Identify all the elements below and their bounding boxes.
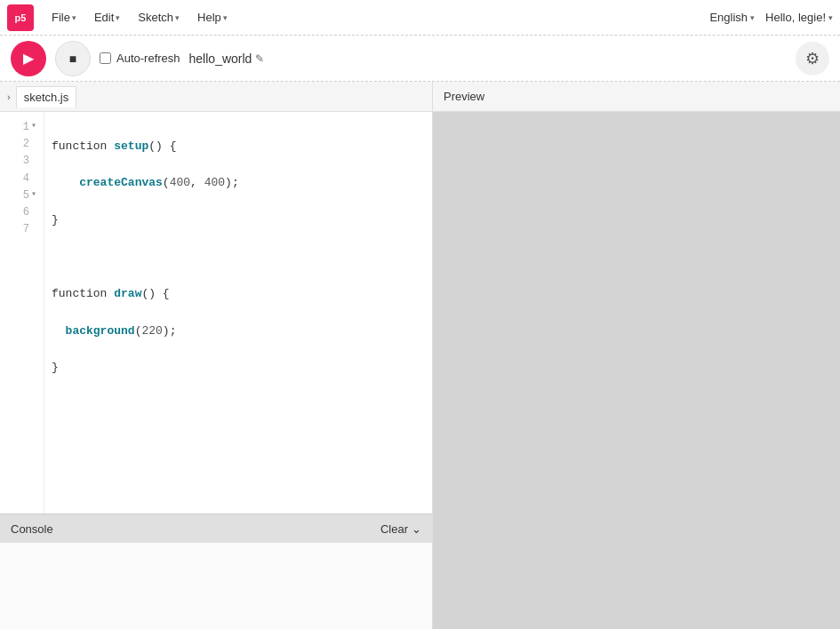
sketch-name-text: hello_world xyxy=(189,52,252,66)
editor-panel: › sketch.js 1 2 3 4 5 6 7 function setup… xyxy=(0,82,433,629)
help-menu-chevron: ▾ xyxy=(223,13,228,22)
code-line-2: createCanvas(400, 400); xyxy=(52,174,425,193)
preview-title: Preview xyxy=(444,90,484,103)
sketch-menu[interactable]: Sketch ▾ xyxy=(131,7,187,28)
code-line-7: } xyxy=(52,359,425,378)
sketch-js-tab[interactable]: sketch.js xyxy=(16,86,77,107)
stop-button[interactable]: ■ xyxy=(55,41,91,76)
line-num-1: 1 xyxy=(0,119,36,136)
stop-icon: ■ xyxy=(69,52,76,66)
preview-panel: Preview xyxy=(433,82,840,629)
auto-refresh-checkbox[interactable] xyxy=(100,52,111,64)
code-line-3: } xyxy=(52,211,425,230)
preview-canvas-area xyxy=(433,112,840,629)
line-num-7: 7 xyxy=(0,221,36,238)
settings-button[interactable]: ⚙ xyxy=(796,42,829,76)
run-button[interactable]: ▶ xyxy=(11,41,46,76)
play-icon: ▶ xyxy=(23,50,34,67)
top-nav: p5 File ▾ Edit ▾ Sketch ▾ Help ▾ English… xyxy=(0,0,840,36)
sketch-menu-label: Sketch xyxy=(138,11,173,24)
p5-logo: p5 xyxy=(7,4,34,31)
code-line-1: function setup() { xyxy=(52,138,425,156)
console-clear-area: Clear ⌄ xyxy=(380,522,421,536)
line-num-3: 3 xyxy=(0,153,36,170)
user-label: Hello, legie! xyxy=(765,11,826,24)
language-label: English xyxy=(709,11,748,24)
file-menu[interactable]: File ▾ xyxy=(44,7,84,28)
edit-menu[interactable]: Edit ▾ xyxy=(87,7,127,28)
line-num-2: 2 xyxy=(0,136,36,153)
console-panel: Console Clear ⌄ › xyxy=(0,514,432,629)
preview-header: Preview xyxy=(433,82,840,112)
sketch-menu-chevron: ▾ xyxy=(175,13,180,22)
preview-canvas xyxy=(444,123,781,460)
line-num-5: 5 xyxy=(0,187,36,204)
code-line-5: function draw() { xyxy=(52,285,425,304)
console-body xyxy=(0,543,432,629)
sketch-name: hello_world ✎ xyxy=(189,52,265,66)
language-chevron: ▾ xyxy=(750,13,755,22)
main-area: › sketch.js 1 2 3 4 5 6 7 function setup… xyxy=(0,82,840,629)
pencil-icon[interactable]: ✎ xyxy=(255,52,264,65)
clear-label: Clear xyxy=(380,522,408,536)
file-menu-chevron: ▾ xyxy=(72,13,76,22)
code-editor[interactable]: function setup() { createCanvas(400, 400… xyxy=(44,112,432,514)
auto-refresh-text: Auto-refresh xyxy=(116,52,180,65)
toolbar: ▶ ■ Auto-refresh hello_world ✎ ⚙ xyxy=(0,36,840,82)
console-header: Console Clear ⌄ xyxy=(0,514,432,543)
help-menu[interactable]: Help ▾ xyxy=(190,7,235,28)
line-num-6: 6 xyxy=(0,204,36,221)
code-line-4 xyxy=(52,249,425,267)
language-selector[interactable]: English ▾ xyxy=(709,11,755,24)
logo-text: p5 xyxy=(15,12,27,23)
file-menu-label: File xyxy=(52,11,70,24)
tab-collapse-chevron[interactable]: › xyxy=(7,92,11,102)
edit-menu-label: Edit xyxy=(94,11,114,24)
gear-icon: ⚙ xyxy=(805,49,820,68)
file-tab-label: sketch.js xyxy=(24,91,69,104)
help-menu-label: Help xyxy=(197,11,221,24)
user-menu[interactable]: Hello, legie! ▾ xyxy=(765,11,833,24)
line-numbers: 1 2 3 4 5 6 7 xyxy=(0,112,44,514)
edit-menu-chevron: ▾ xyxy=(116,13,120,22)
file-tab-bar: › sketch.js xyxy=(0,82,432,112)
line-num-4: 4 xyxy=(0,171,36,187)
nav-right: English ▾ Hello, legie! ▾ xyxy=(709,11,833,24)
console-chevron-down[interactable]: ⌄ xyxy=(412,522,421,536)
user-chevron: ▾ xyxy=(828,13,833,22)
clear-button[interactable]: Clear xyxy=(380,522,408,536)
console-title: Console xyxy=(11,522,53,536)
auto-refresh-label[interactable]: Auto-refresh xyxy=(100,52,180,65)
code-line-6: background(220); xyxy=(52,322,425,341)
code-area[interactable]: 1 2 3 4 5 6 7 function setup() { createC… xyxy=(0,112,432,514)
